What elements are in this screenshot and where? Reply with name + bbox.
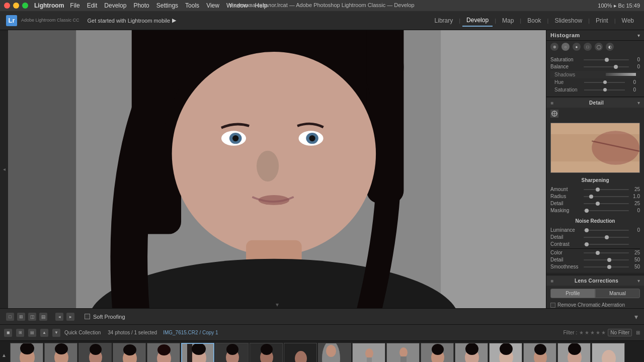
menu-tools[interactable]: Tools [185,2,199,9]
filmstrip-up-icon[interactable]: ▲ [2,352,7,358]
compare-view-icon[interactable]: ◫ [28,313,36,321]
star-2[interactable]: ★ [585,330,589,335]
saturation2-track[interactable] [584,89,625,90]
detail-preview-target-icon[interactable] [550,110,558,118]
collections-icon-3[interactable]: ▤ [28,329,36,337]
redeye-tool-icon[interactable]: ● [573,43,581,51]
collections-icon-1[interactable]: ◼ [4,329,12,337]
nav-book[interactable]: Book [523,15,545,26]
left-panel-toggle[interactable]: ◂ [0,30,8,308]
manual-tab[interactable]: Manual [595,289,640,298]
menu-settings[interactable]: Settings [156,2,178,9]
saturation-track[interactable] [584,59,629,60]
filmstrip-thumb-1[interactable] [10,343,43,362]
nr-contrast-thumb[interactable] [585,242,589,246]
filmstrip-thumb-3[interactable] [78,343,112,362]
saturation-thumb[interactable] [605,58,609,62]
filmstrip-thumb-11[interactable] [352,343,385,362]
detail-section-header[interactable]: ■ Detail ▾ [546,98,644,108]
collections-icon-4[interactable]: ▲ [40,329,48,337]
luminance-track[interactable] [584,230,629,231]
photo-container[interactable] [8,30,546,308]
color-detail-track[interactable] [584,259,629,260]
collections-icon-2[interactable]: ⊞ [16,329,24,337]
nr-detail-track[interactable] [584,237,629,238]
hue-thumb[interactable] [603,80,607,84]
filmstrip-thumb-18[interactable] [592,343,625,362]
get-started-link[interactable]: Get started with Lightroom mobile ▶ [88,17,176,24]
filmstrip-thumb-9[interactable] [284,343,317,362]
minimize-button[interactable] [13,3,19,9]
luminance-thumb[interactable] [585,228,589,232]
survey-view-icon[interactable]: ▤ [39,313,47,321]
heal-tool-icon[interactable]: ○ [561,43,570,51]
smoothness-track[interactable] [584,266,629,267]
saturation2-thumb[interactable] [603,88,607,92]
window-controls[interactable] [4,3,28,9]
prev-photo-icon[interactable]: ◂ [55,313,63,321]
crop-tool-icon[interactable]: ⊕ [550,43,558,51]
balance-track[interactable] [584,66,629,67]
soft-proofing-checkbox[interactable] [85,314,90,319]
nav-print[interactable]: Print [592,15,612,26]
filter-settings-icon[interactable]: ⊞ [636,330,640,335]
radius-thumb[interactable] [589,195,593,199]
menu-edit[interactable]: Edit [87,2,98,9]
nav-develop[interactable]: Develop [462,15,493,27]
menu-develop[interactable]: Develop [104,2,126,9]
masking-thumb[interactable] [585,209,589,213]
filter-dropdown[interactable]: No Filter [608,329,632,336]
color-detail-thumb[interactable] [607,258,611,262]
radial-tool-icon[interactable]: ◯ [595,43,603,51]
nav-library[interactable]: Library [431,15,457,26]
smoothness-thumb[interactable] [607,265,611,269]
filmstrip-thumb-6-selected[interactable] [181,343,214,362]
nav-map[interactable]: Map [498,15,518,26]
bottom-panel-toggle[interactable]: ▾ [276,301,279,308]
balance-thumb[interactable] [614,65,618,69]
color-thumb[interactable] [596,251,600,255]
filmstrip-thumb-8[interactable] [250,343,283,362]
close-button[interactable] [4,3,10,9]
remove-chromatic-checkbox[interactable] [550,303,555,308]
amount-thumb[interactable] [596,188,600,192]
grid-view-icon[interactable]: ⊞ [17,313,25,321]
lens-corrections-header[interactable]: ■ Lens Corrections ▾ [546,276,644,286]
nav-web[interactable]: Web [618,15,638,26]
amount-track[interactable] [584,189,629,190]
star-3[interactable]: ★ [590,330,595,335]
menu-photo[interactable]: Photo [133,2,149,9]
menu-file[interactable]: File [70,2,79,9]
star-1[interactable]: ★ [579,330,584,335]
filmstrip-thumb-13[interactable] [421,343,454,362]
filmstrip-thumb-15[interactable] [489,343,522,362]
filmstrip-thumb-17[interactable] [557,343,591,362]
masking-track[interactable] [584,210,629,211]
filmstrip-thumb-16[interactable] [523,343,556,362]
toolbar-dropdown-arrow[interactable]: ▾ [634,313,638,321]
adjustment-tool-icon[interactable]: ◐ [606,43,614,51]
nr-detail-thumb[interactable] [605,235,609,239]
next-photo-icon[interactable]: ▸ [66,313,74,321]
filmstrip-thumb-12[interactable] [386,343,420,362]
nav-slideshow[interactable]: Slideshow [550,15,586,26]
graduated-tool-icon[interactable]: □ [584,43,592,51]
filmstrip-thumb-5[interactable] [147,343,180,362]
loupe-view-icon[interactable]: □ [6,313,14,321]
filmstrip-thumb-7[interactable] [215,343,249,362]
star-4[interactable]: ★ [596,330,600,335]
color-track[interactable] [584,252,629,253]
filmstrip-thumb-14[interactable] [455,343,488,362]
menu-view[interactable]: View [206,2,219,9]
maximize-button[interactable] [22,3,28,9]
filmstrip-thumb-4[interactable] [113,343,146,362]
collections-icon-5[interactable]: ▼ [52,329,60,337]
profile-tab[interactable]: Profile [550,289,595,298]
radius-track[interactable] [584,196,629,197]
filmstrip-thumb-2[interactable] [44,343,77,362]
hue-track[interactable] [584,82,625,83]
filmstrip-thumb-10[interactable] [318,343,351,362]
detail-slider-thumb[interactable] [596,202,600,206]
nr-contrast-track[interactable] [584,244,629,245]
star-5[interactable]: ★ [601,330,606,335]
